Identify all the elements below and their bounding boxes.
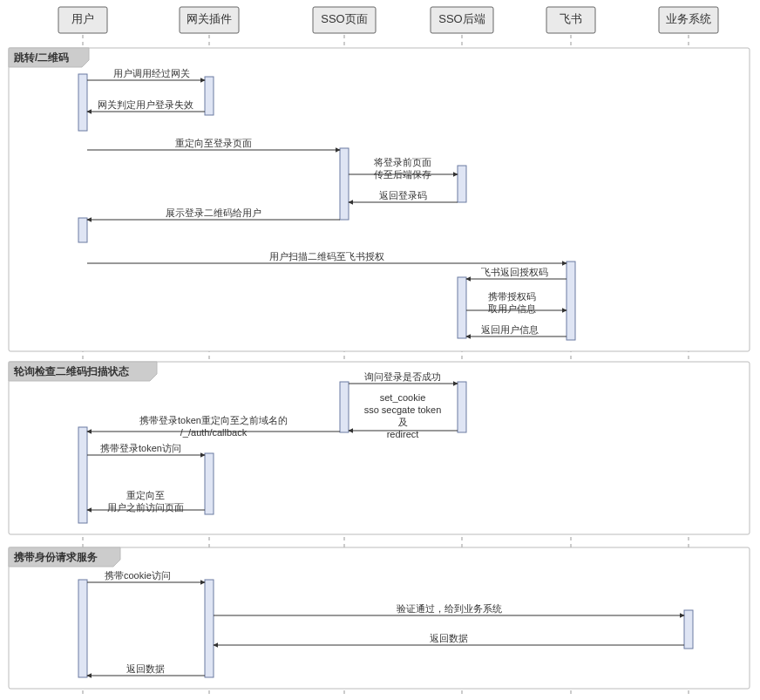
msg-9-label-b: 取用户信息 <box>488 303 536 314</box>
msg-13-label-a: 携带登录token重定向至之前域名的 <box>139 415 288 425</box>
msg-15-label-a: 重定向至 <box>126 490 165 500</box>
msg-12-label-c: 及 <box>398 417 408 427</box>
svg-text:业务系统: 业务系统 <box>666 12 711 25</box>
svg-text:用户: 用户 <box>71 12 94 25</box>
act-sso-page-2 <box>340 382 349 432</box>
group-1-label: 跳转/二维码 <box>13 51 69 64</box>
msg-13-label-b: /_/auth/callback <box>180 427 248 438</box>
act-user-3 <box>78 427 87 523</box>
actor-gateway: 网关插件 <box>180 7 239 33</box>
sequence-diagram: 用户 网关插件 SSO页面 SSO后端 飞书 业务系统 跳转/二维码 用户调用经… <box>0 0 760 700</box>
msg-2-label: 网关判定用户登录失效 <box>98 99 193 110</box>
msg-10-label: 返回用户信息 <box>481 324 539 335</box>
msg-9-label-a: 携带授权码 <box>488 291 536 302</box>
svg-text:SSO页面: SSO页面 <box>321 12 367 25</box>
msg-6-label: 展示登录二维码给用户 <box>166 207 261 218</box>
msg-19-label: 返回数据 <box>126 663 165 674</box>
msg-12-label-a: set_cookie <box>380 392 426 403</box>
actor-user: 用户 <box>58 7 107 33</box>
act-gw-2 <box>205 453 214 514</box>
msg-16-label: 携带cookie访问 <box>105 570 171 581</box>
msg-7-label: 用户扫描二维码至飞书授权 <box>269 251 384 262</box>
msg-4-label-a: 将登录前页面 <box>373 157 431 167</box>
msg-1-label: 用户调用经过网关 <box>113 68 190 78</box>
actor-feishu: 飞书 <box>546 7 595 33</box>
act-sso-page-1 <box>340 148 349 220</box>
svg-text:网关插件: 网关插件 <box>187 12 232 25</box>
msg-8-label: 飞书返回授权码 <box>481 267 548 277</box>
msg-3-label: 重定向至登录页面 <box>175 138 252 148</box>
act-sso-be-1 <box>458 166 466 202</box>
act-sso-be-2 <box>458 277 466 338</box>
act-gw-3 <box>205 580 214 677</box>
msg-15-label-b: 用户之前访问页面 <box>107 502 184 513</box>
act-feishu-1 <box>567 262 575 340</box>
msg-5-label: 返回登录码 <box>379 190 427 200</box>
group-3-label: 携带身份请求服务 <box>13 551 98 563</box>
act-user-1 <box>78 74 87 131</box>
group-2-label: 轮询检查二维码扫描状态 <box>13 365 130 377</box>
msg-12-label-d: redirect <box>387 429 419 439</box>
actor-sso-page: SSO页面 <box>313 7 376 33</box>
svg-text:SSO后端: SSO后端 <box>438 12 485 25</box>
msg-4-label-b: 传至后端保存 <box>374 169 431 180</box>
act-biz-1 <box>684 610 693 649</box>
actor-sso-backend: SSO后端 <box>431 7 493 33</box>
act-user-2 <box>78 218 87 242</box>
msg-11-label: 询问登录是否成功 <box>364 371 441 382</box>
group-3-box <box>9 547 750 689</box>
msg-18-label: 返回数据 <box>430 633 468 643</box>
msg-17-label: 验证通过，给到业务系统 <box>397 603 502 614</box>
msg-14-label: 携带登录token访问 <box>100 443 181 453</box>
svg-text:飞书: 飞书 <box>560 12 582 25</box>
act-sso-be-3 <box>458 382 466 432</box>
act-gw-1 <box>205 77 214 115</box>
act-user-4 <box>78 580 87 677</box>
actor-biz: 业务系统 <box>659 7 718 33</box>
msg-12-label-b: sso secgate token <box>364 404 442 415</box>
